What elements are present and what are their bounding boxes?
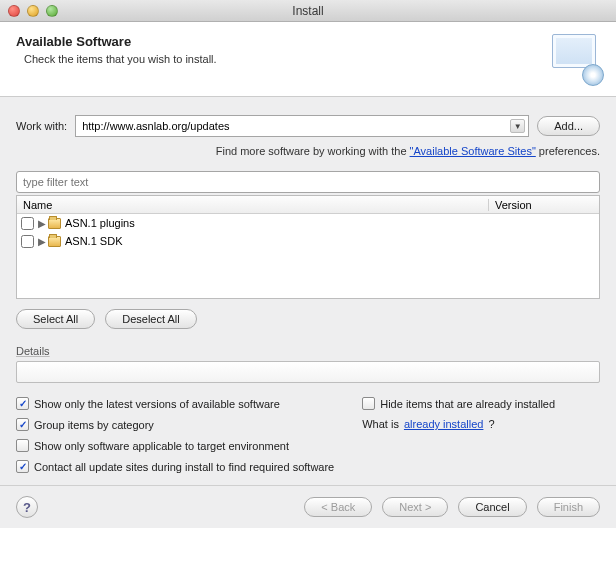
- cancel-button[interactable]: Cancel: [458, 497, 526, 517]
- column-version[interactable]: Version: [489, 199, 599, 211]
- available-sites-link[interactable]: "Available Software Sites": [410, 145, 536, 157]
- zoom-window-button[interactable]: [46, 5, 58, 17]
- latest-versions-label: Show only the latest versions of availab…: [34, 398, 280, 410]
- minimize-window-button[interactable]: [27, 5, 39, 17]
- traffic-lights: [0, 5, 58, 17]
- already-installed-hint: What is already installed?: [362, 418, 555, 430]
- row-checkbox[interactable]: [21, 217, 34, 230]
- install-icon: [552, 34, 600, 82]
- sites-hint: Find more software by working with the "…: [16, 145, 600, 157]
- titlebar: Install: [0, 0, 616, 22]
- wizard-header: Available Software Check the items that …: [0, 22, 616, 97]
- back-button[interactable]: < Back: [304, 497, 372, 517]
- work-with-value: http://www.asnlab.org/updates: [82, 120, 229, 132]
- already-installed-link[interactable]: already installed: [404, 418, 484, 430]
- folder-icon: [48, 236, 61, 247]
- add-button[interactable]: Add...: [537, 116, 600, 136]
- row-label: ASN.1 plugins: [65, 217, 135, 229]
- options-area: ✓ Show only the latest versions of avail…: [16, 397, 600, 473]
- contact-sites-checkbox[interactable]: ✓: [16, 460, 29, 473]
- folder-icon: [48, 218, 61, 229]
- wizard-footer: ? < Back Next > Cancel Finish: [0, 485, 616, 528]
- work-with-label: Work with:: [16, 120, 67, 132]
- table-row[interactable]: ▶ ASN.1 plugins: [17, 214, 599, 232]
- work-with-row: Work with: http://www.asnlab.org/updates…: [16, 115, 600, 137]
- next-button[interactable]: Next >: [382, 497, 448, 517]
- latest-versions-checkbox[interactable]: ✓: [16, 397, 29, 410]
- applicable-only-checkbox[interactable]: [16, 439, 29, 452]
- disclosure-triangle-icon[interactable]: ▶: [38, 236, 46, 247]
- applicable-only-label: Show only software applicable to target …: [34, 440, 289, 452]
- finish-button[interactable]: Finish: [537, 497, 600, 517]
- group-by-category-checkbox[interactable]: ✓: [16, 418, 29, 431]
- details-label: Details: [16, 345, 600, 357]
- contact-sites-label: Contact all update sites during install …: [34, 461, 334, 473]
- disclosure-triangle-icon[interactable]: ▶: [38, 218, 46, 229]
- hide-installed-label: Hide items that are already installed: [380, 398, 555, 410]
- table-row[interactable]: ▶ ASN.1 SDK: [17, 232, 599, 250]
- group-by-category-label: Group items by category: [34, 419, 154, 431]
- column-name[interactable]: Name: [17, 199, 489, 211]
- row-checkbox[interactable]: [21, 235, 34, 248]
- chevron-down-icon[interactable]: ▼: [510, 119, 525, 133]
- page-subtitle: Check the items that you wish to install…: [16, 53, 217, 65]
- filter-input[interactable]: [16, 171, 600, 193]
- help-icon[interactable]: ?: [16, 496, 38, 518]
- deselect-all-button[interactable]: Deselect All: [105, 309, 196, 329]
- page-title: Available Software: [16, 34, 217, 49]
- hide-installed-checkbox[interactable]: [362, 397, 375, 410]
- software-table: Name Version ▶ ASN.1 plugins ▶ ASN.1 SDK: [16, 195, 600, 299]
- row-label: ASN.1 SDK: [65, 235, 122, 247]
- close-window-button[interactable]: [8, 5, 20, 17]
- wizard-body: Work with: http://www.asnlab.org/updates…: [0, 97, 616, 485]
- select-all-button[interactable]: Select All: [16, 309, 95, 329]
- details-box: [16, 361, 600, 383]
- window-title: Install: [0, 4, 616, 18]
- work-with-combo[interactable]: http://www.asnlab.org/updates ▼: [75, 115, 529, 137]
- table-header: Name Version: [17, 196, 599, 214]
